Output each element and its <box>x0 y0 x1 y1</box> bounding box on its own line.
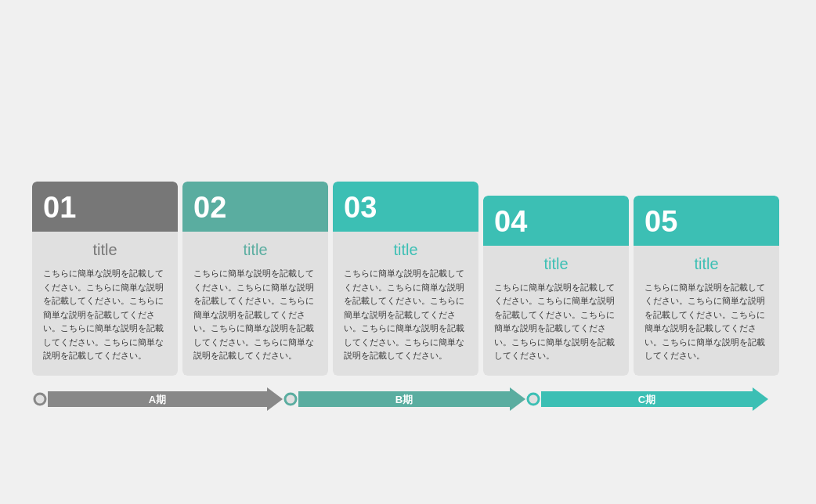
card-body-4: titleこちらに簡単な説明を記載してください。こちらに簡単な説明を記載してくだ… <box>483 246 629 376</box>
svg-point-4 <box>285 394 296 405</box>
card-text-5: こちらに簡単な説明を記載してください。こちらに簡単な説明を記載してください。こち… <box>644 281 768 364</box>
card-header-2: 02 <box>182 182 328 232</box>
card-title-2: title <box>193 241 317 259</box>
card-4: 04titleこちらに簡単な説明を記載してください。こちらに簡単な説明を記載して… <box>483 196 629 376</box>
main-container: 01titleこちらに簡単な説明を記載してください。こちらに簡単な説明を記載して… <box>32 88 784 416</box>
card-header-1: 01 <box>32 182 178 232</box>
svg-text:A期: A期 <box>149 394 166 405</box>
card-text-1: こちらに簡単な説明を記載してください。こちらに簡単な説明を記載してください。こち… <box>43 267 167 363</box>
card-title-5: title <box>644 255 768 273</box>
card-2: 02titleこちらに簡単な説明を記載してください。こちらに簡単な説明を記載して… <box>182 182 328 376</box>
card-title-4: title <box>494 255 618 273</box>
period-circle-svg <box>32 387 48 412</box>
card-number-4: 04 <box>494 205 527 238</box>
card-text-4: こちらに簡単な説明を記載してください。こちらに簡単な説明を記載してください。こち… <box>494 281 618 364</box>
period-arrow-svg: B期 <box>298 387 525 412</box>
cards-row: 01titleこちらに簡単な説明を記載してください。こちらに簡単な説明を記載して… <box>32 88 784 376</box>
card-text-3: こちらに簡単な説明を記載してください。こちらに簡単な説明を記載してください。こち… <box>344 267 468 363</box>
svg-marker-2 <box>267 387 283 411</box>
card-body-1: titleこちらに簡単な説明を記載してください。こちらに簡単な説明を記載してくだ… <box>32 232 178 376</box>
card-number-2: 02 <box>193 191 226 224</box>
card-header-4: 04 <box>483 196 629 246</box>
card-header-3: 03 <box>333 182 478 232</box>
card-5: 05titleこちらに簡単な説明を記載してください。こちらに簡単な説明を記載して… <box>634 196 779 376</box>
card-title-3: title <box>344 241 468 259</box>
svg-point-0 <box>34 394 45 405</box>
period-circle-svg <box>283 387 298 412</box>
card-number-3: 03 <box>344 191 377 224</box>
svg-marker-10 <box>753 387 768 411</box>
card-title-1: title <box>43 241 167 259</box>
card-3: 03titleこちらに簡単な説明を記載してください。こちらに簡単な説明を記載して… <box>333 182 478 376</box>
card-body-3: titleこちらに簡単な説明を記載してください。こちらに簡単な説明を記載してくだ… <box>333 232 478 376</box>
card-body-2: titleこちらに簡単な説明を記載してください。こちらに簡単な説明を記載してくだ… <box>182 232 328 376</box>
periods-row: A期B期C期 <box>32 382 784 416</box>
svg-point-8 <box>528 394 539 405</box>
card-number-1: 01 <box>43 191 76 224</box>
svg-text:B期: B期 <box>395 394 413 405</box>
svg-marker-6 <box>510 387 525 411</box>
period-circle-svg <box>525 387 541 412</box>
card-number-5: 05 <box>644 205 677 238</box>
period-arrow-svg: A期 <box>48 387 283 412</box>
card-text-2: こちらに簡単な説明を記載してください。こちらに簡単な説明を記載してください。こち… <box>193 267 317 363</box>
card-header-5: 05 <box>634 196 779 246</box>
card-1: 01titleこちらに簡単な説明を記載してください。こちらに簡単な説明を記載して… <box>32 182 178 376</box>
card-body-5: titleこちらに簡単な説明を記載してください。こちらに簡単な説明を記載してくだ… <box>634 246 779 376</box>
svg-text:C期: C期 <box>638 394 655 405</box>
period-arrow-svg: C期 <box>541 387 768 412</box>
